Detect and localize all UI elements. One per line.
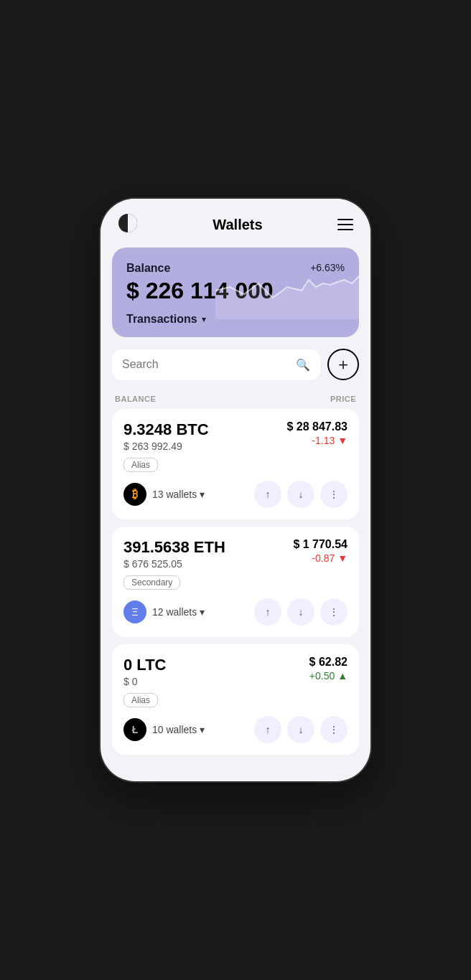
table-headers: BALANCE PRICE [101, 389, 370, 409]
search-icon: 🔍 [296, 358, 310, 372]
btc-identity: ₿ 13 wallets ▾ [123, 483, 205, 506]
btc-usd-value: $ 263 992.49 [123, 440, 209, 452]
transactions-chevron-icon: ▾ [202, 314, 206, 324]
logo-icon [118, 213, 138, 236]
eth-identity: Ξ 12 wallets ▾ [123, 600, 205, 623]
search-container: 🔍 [112, 349, 320, 380]
svg-marker-1 [215, 276, 359, 319]
coins-list: 9.3248 BTC $ 263 992.49 Alias $ 28 847.8… [101, 409, 370, 772]
eth-change: -0.87 ▼ [293, 552, 348, 564]
balance-chart [215, 248, 359, 319]
ltc-wallets[interactable]: 10 wallets ▾ [152, 724, 205, 735]
btc-amount: 9.3248 BTC [123, 420, 209, 439]
eth-receive-button[interactable]: ↓ [287, 598, 314, 626]
add-wallet-button[interactable]: ＋ [327, 349, 359, 380]
search-row: 🔍 ＋ [101, 349, 370, 389]
ltc-usd-value: $ 0 [123, 676, 166, 687]
header: Wallets [101, 199, 370, 248]
ltc-receive-button[interactable]: ↓ [287, 716, 314, 743]
btc-logo-icon: ₿ [123, 483, 146, 506]
balance-label: Balance [126, 262, 170, 275]
eth-usd-value: $ 676 525.05 [123, 558, 225, 570]
ltc-change: +0.50 ▲ [309, 670, 348, 682]
ltc-logo-icon: Ł [123, 718, 146, 741]
transactions-label: Transactions [126, 313, 197, 326]
menu-button[interactable] [337, 219, 353, 230]
btc-change: -1.13 ▼ [286, 435, 348, 446]
coin-card-btc: 9.3248 BTC $ 263 992.49 Alias $ 28 847.8… [112, 409, 359, 519]
coin-card-eth: 391.5638 ETH $ 676 525.05 Secondary $ 1 … [112, 527, 359, 637]
balance-card: Balance +6.63% $ 226 114 000 Transaction… [112, 248, 359, 337]
eth-wallets[interactable]: 12 wallets ▾ [152, 606, 205, 618]
balance-column-header: BALANCE [115, 395, 156, 403]
ltc-send-button[interactable]: ↑ [254, 716, 281, 743]
eth-send-button[interactable]: ↑ [254, 598, 281, 626]
ltc-more-button[interactable]: ⋮ [320, 716, 348, 743]
eth-price: $ 1 770.54 [293, 538, 348, 551]
btc-price: $ 28 847.83 [286, 420, 348, 433]
btc-receive-button[interactable]: ↓ [287, 481, 314, 508]
ltc-price: $ 62.82 [309, 656, 348, 669]
price-column-header: PRICE [330, 395, 356, 403]
ltc-tag: Alias [123, 693, 158, 707]
eth-wallets-chevron-icon: ▾ [200, 606, 205, 618]
ltc-amount: 0 LTC [123, 656, 166, 674]
coin-card-ltc: 0 LTC $ 0 Alias $ 62.82 +0.50 ▲ Ł 10 wal… [112, 644, 359, 755]
eth-amount: 391.5638 ETH [123, 538, 225, 557]
btc-tag: Alias [123, 458, 158, 472]
btc-send-button[interactable]: ↑ [254, 481, 281, 508]
ltc-identity: Ł 10 wallets ▾ [123, 718, 205, 741]
eth-tag: Secondary [123, 575, 180, 590]
phone-shell: Wallets Balance +6.63% $ 226 114 000 Tra… [101, 199, 370, 781]
ltc-wallets-chevron-icon: ▾ [200, 724, 205, 735]
eth-logo-icon: Ξ [123, 600, 146, 623]
btc-wallets[interactable]: 13 wallets ▾ [152, 489, 205, 500]
btc-more-button[interactable]: ⋮ [320, 481, 348, 508]
eth-more-button[interactable]: ⋮ [320, 598, 348, 626]
search-input[interactable] [122, 358, 290, 371]
btc-wallets-chevron-icon: ▾ [200, 489, 205, 500]
page-title: Wallets [213, 217, 262, 233]
